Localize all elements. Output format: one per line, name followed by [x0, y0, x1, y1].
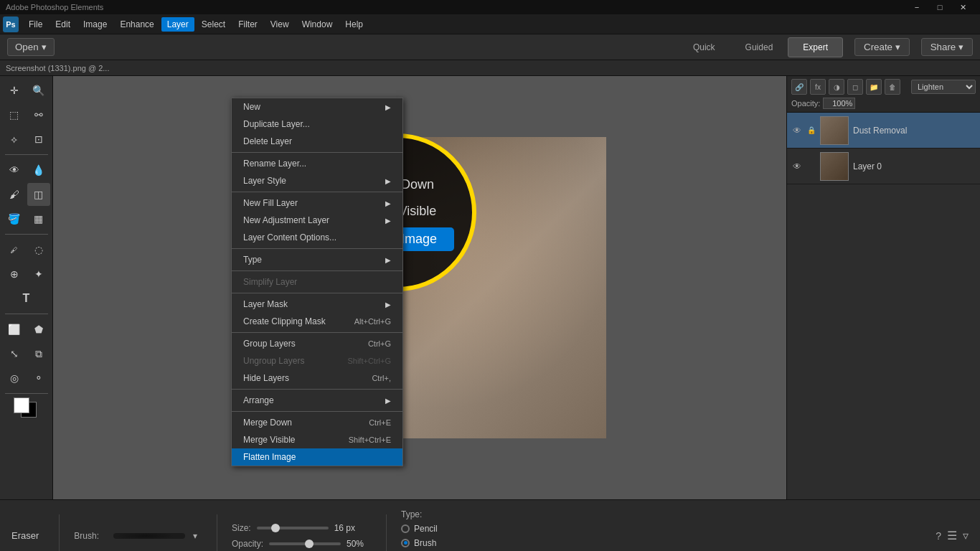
dd-item-delete[interactable]: Delete Layer [232, 133, 402, 150]
crop-tool[interactable]: ⊡ [27, 128, 50, 151]
dodge-tool[interactable]: 🖋 [3, 238, 26, 261]
zoom-tool[interactable]: 🔍 [27, 79, 50, 102]
shape-tool[interactable]: ⬜ [3, 318, 26, 341]
rectangular-marquee-tool[interactable]: ⬚ [3, 103, 26, 126]
size-slider[interactable] [257, 527, 329, 529]
dd-item-create-clipping[interactable]: Create Clipping Mask Alt+Ctrl+G [232, 313, 402, 330]
paint-bucket-tool[interactable]: 🪣 [3, 207, 26, 230]
size-value: 16 px [334, 523, 359, 533]
opacity-input[interactable] [823, 98, 855, 109]
toolbar-divider-3 [5, 314, 48, 314]
lasso-tool[interactable]: ⚯ [27, 103, 50, 126]
layer-row-dust[interactable]: 👁 🔒 Dust Removal [787, 113, 980, 149]
eye-tool[interactable]: 👁 [3, 159, 26, 182]
help-icon[interactable]: ? [936, 530, 941, 542]
brush-tool[interactable]: 🖌 [3, 183, 26, 206]
dd-sep-5 [232, 293, 402, 293]
menu-filter[interactable]: Filter [232, 17, 263, 32]
menu-help[interactable]: Help [339, 17, 369, 32]
toolbar-divider-4 [5, 393, 48, 394]
transform-tool[interactable]: ⤡ [3, 342, 26, 365]
size-opacity-group: Size: 16 px Opacity: 50% [232, 523, 372, 549]
layer-adj-btn[interactable]: ◑ [829, 79, 844, 95]
menu-enhance[interactable]: Enhance [114, 17, 159, 32]
eye-icon-0[interactable]: 👁 [791, 161, 803, 172]
right-panel: 🔗 fx ◑ ◻ 📁 🗑 Lighten Normal Multiply Scr… [786, 76, 980, 499]
red-eye-tool[interactable]: ◎ [3, 367, 26, 390]
dd-item-merge-visible[interactable]: Merge Visible Shift+Ctrl+E [232, 431, 402, 448]
move-tool[interactable]: ✛ [3, 79, 26, 102]
create-button[interactable]: Create ▾ [854, 38, 910, 56]
maximize-button[interactable]: □ [928, 0, 951, 14]
layer-trash-btn[interactable]: 🗑 [885, 79, 900, 95]
clone-stamp-tool[interactable]: ⊕ [3, 263, 26, 286]
dd-item-new-adjustment[interactable]: New Adjustment Layer ▶ [232, 212, 402, 229]
open-button[interactable]: Open ▾ [7, 38, 55, 56]
tab-expert[interactable]: Expert [788, 37, 843, 57]
custom-shape-tool[interactable]: ⬟ [27, 318, 50, 341]
dd-item-content-options[interactable]: Layer Content Options... [232, 229, 402, 246]
layer-dropdown-menu: New ▶ Duplicate Layer... Delete Layer Re… [231, 98, 403, 466]
layer-mask-btn[interactable]: ◻ [847, 79, 863, 95]
share-button[interactable]: Share ▾ [921, 38, 973, 56]
menu-window[interactable]: Window [296, 17, 339, 32]
eyedropper-tool[interactable]: 💧 [27, 159, 50, 182]
document-tab[interactable]: Screenshot (1331).png @ 2... [0, 60, 980, 76]
tool-pair-clone: ⊕ ✦ [3, 263, 50, 286]
layer-name-dust: Dust Removal [853, 126, 907, 136]
main-layout: ✛ 🔍 ⬚ ⚯ ⟡ ⊡ 👁 💧 🖌 ◫ 🪣 ▦ 🖋 ◌ ⊕ [0, 76, 980, 499]
minimize-button[interactable]: − [905, 0, 928, 14]
layer-folder-btn[interactable]: 📁 [866, 79, 882, 95]
layer-row-0[interactable]: 👁 🔒 Layer 0 [787, 149, 980, 184]
lock-icon-dust: 🔒 [807, 126, 816, 134]
brush-selector: ▾ [113, 529, 202, 543]
layer-link-btn[interactable]: 🔗 [791, 79, 807, 95]
eye-icon-dust[interactable]: 👁 [791, 125, 803, 136]
layer-thumb-dust [820, 116, 849, 145]
dd-item-hide[interactable]: Hide Layers Ctrl+, [232, 369, 402, 387]
dd-item-group[interactable]: Group Layers Ctrl+G [232, 335, 402, 352]
dd-item-rename[interactable]: Rename Layer... [232, 155, 402, 172]
menu-layer[interactable]: Layer [161, 17, 194, 32]
menu-image[interactable]: Image [77, 17, 113, 32]
tab-guided[interactable]: Guided [730, 37, 788, 57]
eraser-tool[interactable]: ◫ [27, 183, 50, 206]
dd-item-new-fill[interactable]: New Fill Layer ▶ [232, 194, 402, 212]
menu-file[interactable]: File [23, 17, 48, 32]
dd-item-arrange[interactable]: Arrange ▶ [232, 392, 402, 409]
gradient-tool[interactable]: ▦ [27, 207, 50, 230]
liquify-tool[interactable]: ⚬ [27, 367, 50, 390]
layer-thumb-0 [820, 152, 849, 181]
layer-mode-select[interactable]: Lighten Normal Multiply Screen [911, 80, 976, 94]
dd-item-duplicate[interactable]: Duplicate Layer... [232, 116, 402, 133]
menu-edit[interactable]: Edit [50, 17, 76, 32]
dd-item-merge-down[interactable]: Merge Down Ctrl+E [232, 414, 402, 431]
brush-dropdown-btn[interactable]: ▾ [188, 529, 202, 543]
radio-pencil: Pencil [401, 524, 438, 534]
close-button[interactable]: ✕ [951, 0, 974, 14]
healing-tool[interactable]: ✦ [27, 263, 50, 286]
brush-label: Brush: [74, 531, 99, 541]
dd-item-type[interactable]: Type ▶ [232, 251, 402, 268]
size-label: Size: [232, 523, 251, 533]
tab-quick[interactable]: Quick [678, 37, 730, 57]
dd-item-layer-mask[interactable]: Layer Mask ▶ [232, 296, 402, 313]
dd-item-flatten[interactable]: Flatten Image [232, 448, 402, 466]
opacity-slider[interactable] [269, 542, 341, 545]
blur-tool[interactable]: ◌ [27, 238, 50, 261]
foreground-color-swatch[interactable] [14, 397, 29, 413]
menu-select[interactable]: Select [196, 17, 231, 32]
radio-pencil-btn[interactable] [401, 524, 410, 533]
recompose-tool[interactable]: ⧉ [27, 342, 50, 365]
magic-wand-tool[interactable]: ⟡ [3, 128, 26, 151]
menu-view[interactable]: View [265, 17, 295, 32]
list-icon[interactable]: ☰ [947, 529, 957, 542]
dd-item-layer-style[interactable]: Layer Style ▶ [232, 172, 402, 189]
options-divider-3 [386, 514, 387, 552]
expand-icon[interactable]: ▿ [963, 529, 969, 542]
text-tool[interactable]: T [15, 287, 38, 310]
tool-pair-dodge: 🖋 ◌ [3, 238, 50, 261]
dd-item-new[interactable]: New ▶ [232, 98, 402, 116]
layer-fx-btn[interactable]: fx [810, 79, 826, 95]
radio-brush-btn[interactable] [401, 539, 410, 547]
